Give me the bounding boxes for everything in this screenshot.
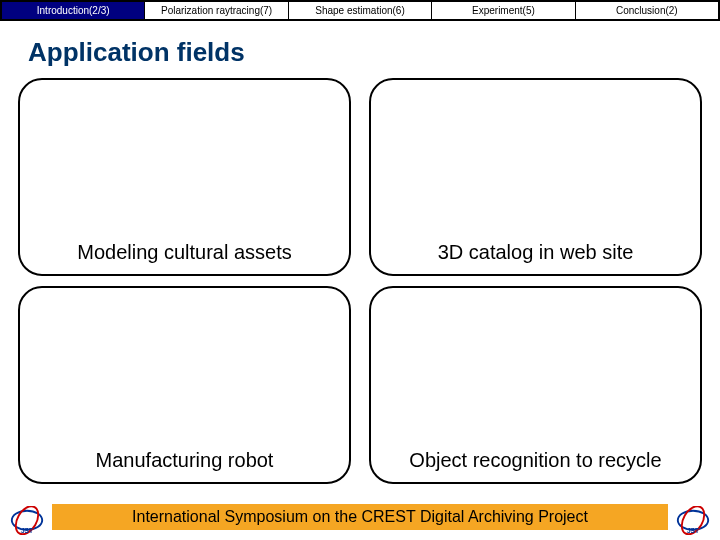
jst-logo-icon: JST (674, 506, 712, 534)
card-label: Object recognition to recycle (409, 449, 661, 472)
card-label: 3D catalog in web site (438, 241, 634, 264)
nav-tabs: Introduction(2/3) Polarization raytracin… (0, 0, 720, 21)
svg-text:JST: JST (687, 527, 699, 534)
card-label: Manufacturing robot (96, 449, 274, 472)
card-label: Modeling cultural assets (77, 241, 292, 264)
page-title: Application fields (0, 21, 720, 78)
footer: International Symposium on the CREST Dig… (0, 504, 720, 530)
tab-experiment[interactable]: Experiment(5) (432, 2, 575, 19)
tab-shape-estimation[interactable]: Shape estimation(6) (289, 2, 432, 19)
card-modeling-cultural-assets: Modeling cultural assets (18, 78, 351, 276)
card-3d-catalog: 3D catalog in web site (369, 78, 702, 276)
tab-introduction[interactable]: Introduction(2/3) (2, 2, 145, 19)
application-grid: Modeling cultural assets 3D catalog in w… (18, 78, 702, 494)
card-object-recognition: Object recognition to recycle (369, 286, 702, 484)
tab-polarization[interactable]: Polarization raytracing(7) (145, 2, 288, 19)
footer-text: International Symposium on the CREST Dig… (52, 504, 668, 530)
card-manufacturing-robot: Manufacturing robot (18, 286, 351, 484)
tab-conclusion[interactable]: Conclusion(2) (576, 2, 718, 19)
